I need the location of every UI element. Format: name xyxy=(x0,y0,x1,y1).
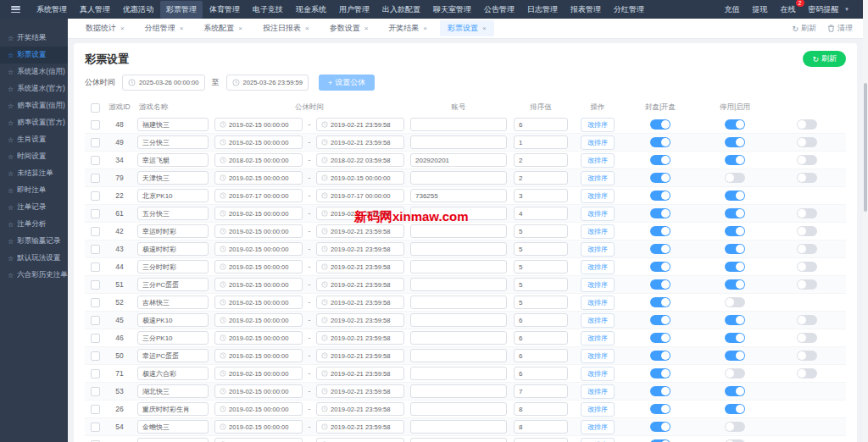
navbar-menu-item[interactable]: 聊天室管理 xyxy=(427,1,477,19)
tabs-clear-button[interactable]: 清理 xyxy=(827,23,853,34)
game-name-input[interactable] xyxy=(137,224,209,238)
sort-input[interactable] xyxy=(514,153,568,167)
holiday-start-input[interactable]: 2019-02-15 00:00:00 xyxy=(214,438,303,442)
enable-toggle[interactable] xyxy=(725,333,745,343)
row-checkbox[interactable] xyxy=(91,245,100,254)
enable-toggle[interactable] xyxy=(725,386,745,396)
select-all-checkbox[interactable] xyxy=(91,103,100,113)
sidebar-item[interactable]: ☆ 未结算注单 xyxy=(0,165,68,182)
seal-toggle[interactable] xyxy=(650,404,670,414)
game-name-input[interactable] xyxy=(137,118,209,131)
seal-toggle[interactable] xyxy=(650,386,670,396)
enable-toggle[interactable] xyxy=(725,368,745,378)
sidebar-item[interactable]: ☆ 六合彩历史注单 xyxy=(0,267,68,284)
game-name-input[interactable] xyxy=(137,278,209,291)
change-sort-button[interactable]: 改排序 xyxy=(581,260,615,274)
account-input[interactable] xyxy=(410,331,507,345)
row-checkbox[interactable] xyxy=(91,280,100,290)
account-input[interactable] xyxy=(410,189,507,202)
change-sort-button[interactable]: 改排序 xyxy=(581,278,615,292)
game-name-input[interactable] xyxy=(137,367,209,380)
change-sort-button[interactable]: 改排序 xyxy=(581,171,615,185)
close-icon[interactable]: × xyxy=(180,25,184,32)
row-checkbox[interactable] xyxy=(91,191,100,201)
page-scrollbar-thumb[interactable] xyxy=(864,83,867,212)
navbar-menu-item[interactable]: 系统管理 xyxy=(31,1,73,19)
game-name-input[interactable] xyxy=(137,189,209,202)
tab[interactable]: 彩票设置 × xyxy=(440,20,494,36)
extra-toggle[interactable] xyxy=(797,351,817,361)
holiday-start-input[interactable]: 2019-02-15 00:00:00 xyxy=(214,331,303,345)
game-name-input[interactable] xyxy=(137,402,209,416)
game-name-input[interactable] xyxy=(137,384,209,398)
navbar-menu-item[interactable]: 出入款配置 xyxy=(376,1,426,19)
holiday-end-input[interactable]: 2019-02-21 23:59:58 xyxy=(316,384,404,398)
seal-toggle[interactable] xyxy=(650,173,670,183)
nav-online-link[interactable]: 在线 2 xyxy=(781,4,796,15)
sort-input[interactable] xyxy=(514,438,568,442)
game-name-input[interactable] xyxy=(137,420,209,434)
holiday-start-input[interactable]: 2019-02-15 00:00:00 xyxy=(214,349,303,362)
holiday-end-input[interactable]: 2019-02-15 00:00:00 xyxy=(316,171,404,185)
sort-input[interactable] xyxy=(514,296,568,309)
holiday-end-input[interactable]: 2019-02-21 23:59:58 xyxy=(316,278,404,291)
row-checkbox[interactable] xyxy=(91,120,100,130)
holiday-end-input[interactable]: 2019-07-17 00:00:00 xyxy=(316,189,404,202)
account-input[interactable] xyxy=(410,349,507,362)
holiday-start-input[interactable]: 2019-02-15 00:00:00 xyxy=(214,135,303,149)
sort-input[interactable] xyxy=(514,402,568,416)
seal-toggle[interactable] xyxy=(650,155,670,165)
game-name-input[interactable] xyxy=(137,313,209,327)
sidebar-item[interactable]: ☆ 系统退水(信用) xyxy=(0,64,68,80)
sidebar-item[interactable]: ☆ 赔率设置(官方) xyxy=(0,114,68,131)
close-icon[interactable]: × xyxy=(423,25,427,32)
account-input[interactable] xyxy=(410,313,507,327)
game-name-input[interactable] xyxy=(137,207,209,220)
enable-toggle[interactable] xyxy=(725,279,745,290)
tabs-refresh-button[interactable]: ↻ 刷新 xyxy=(792,23,816,34)
sort-input[interactable] xyxy=(514,224,568,238)
sidebar-item[interactable]: ☆ 赔率设置(信用) xyxy=(0,97,68,114)
sidebar-item[interactable]: ☆ 彩票设置 xyxy=(0,47,68,64)
account-input[interactable] xyxy=(410,296,507,309)
row-checkbox[interactable] xyxy=(91,298,100,307)
tab[interactable]: 开奖结果 × xyxy=(381,20,435,36)
enable-toggle[interactable] xyxy=(725,422,745,432)
navbar-menu-item[interactable]: 现金系统 xyxy=(290,1,332,19)
navbar-menu-item[interactable]: 体育管理 xyxy=(203,1,246,19)
account-input[interactable] xyxy=(410,367,507,380)
holiday-end-input[interactable]: 2019-02-21 23:59:58 xyxy=(316,438,404,442)
change-sort-button[interactable]: 改排序 xyxy=(581,438,615,442)
holiday-end-input[interactable]: 2019-02-21 23:59:58 xyxy=(316,135,404,149)
seal-toggle[interactable] xyxy=(650,368,670,378)
holiday-end-input[interactable]: 2019-02-21 23:59:58 xyxy=(316,224,404,238)
game-name-input[interactable] xyxy=(137,171,209,185)
holiday-end-input[interactable]: 2019-02-21 23:59:58 xyxy=(316,349,404,362)
navbar-menu-item[interactable]: 公告管理 xyxy=(478,1,520,19)
account-input[interactable] xyxy=(410,135,507,149)
holiday-end-input[interactable]: 2019-02-21 23:59:58 xyxy=(316,420,404,434)
row-checkbox[interactable] xyxy=(91,262,100,272)
navbar-menu-item[interactable]: 分红管理 xyxy=(608,1,650,19)
navbar-menu-item[interactable]: 真人管理 xyxy=(74,1,116,19)
account-input[interactable] xyxy=(410,438,507,442)
nav-account-menu[interactable]: 密码提醒 ▼ xyxy=(809,4,849,15)
sort-input[interactable] xyxy=(514,171,568,185)
account-input[interactable] xyxy=(410,402,507,416)
change-sort-button[interactable]: 改排序 xyxy=(581,135,615,150)
row-checkbox[interactable] xyxy=(91,138,100,147)
enable-toggle[interactable] xyxy=(725,173,745,183)
holiday-start-input[interactable]: 2018-02-15 00:00:00 xyxy=(214,153,303,167)
sidebar-item[interactable]: ☆ 系统退水(官方) xyxy=(0,80,68,97)
navbar-menu-item[interactable]: 用户管理 xyxy=(333,1,376,19)
close-icon[interactable]: × xyxy=(364,25,369,32)
game-name-input[interactable] xyxy=(137,331,209,345)
enable-toggle[interactable] xyxy=(725,155,745,165)
change-sort-button[interactable]: 改排序 xyxy=(581,313,615,328)
row-checkbox[interactable] xyxy=(91,405,100,414)
account-input[interactable] xyxy=(410,242,507,256)
refresh-button[interactable]: ↻ 刷新 xyxy=(803,51,846,67)
extra-toggle[interactable] xyxy=(797,208,817,218)
game-name-input[interactable] xyxy=(137,438,209,442)
sidebar-item[interactable]: ☆ 时间设置 xyxy=(0,148,68,165)
